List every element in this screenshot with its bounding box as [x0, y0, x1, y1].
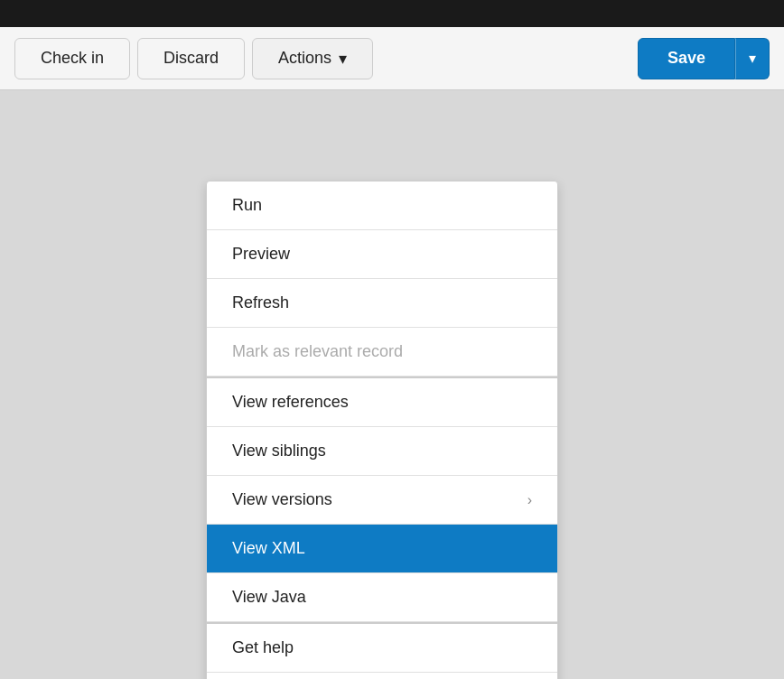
- menu-item-view-versions[interactable]: View versions›: [207, 476, 557, 525]
- menu-item-label-run: Run: [232, 196, 262, 215]
- save-button-group: Save ▾: [638, 38, 770, 79]
- menu-item-view-siblings[interactable]: View siblings: [207, 427, 557, 476]
- dropdown-menu: RunPreviewRefreshMark as relevant record…: [206, 181, 558, 679]
- save-chevron-icon: ▾: [749, 50, 756, 67]
- save-button[interactable]: Save: [638, 38, 735, 79]
- menu-item-label-view-xml: View XML: [232, 539, 305, 558]
- menu-item-run[interactable]: Run: [207, 181, 557, 230]
- menu-item-label-view-java: View Java: [232, 588, 306, 607]
- submenu-chevron-icon: ›: [527, 492, 532, 508]
- top-bar: [0, 0, 784, 27]
- menu-item-label-refresh: Refresh: [232, 293, 289, 312]
- menu-item-view-java[interactable]: View Java: [207, 573, 557, 622]
- content-area: RunPreviewRefreshMark as relevant record…: [0, 90, 784, 679]
- actions-button[interactable]: Actions ▾: [252, 38, 373, 79]
- actions-label: Actions: [278, 49, 331, 68]
- menu-item-get-help[interactable]: Get help: [207, 622, 557, 673]
- menu-item-view-references[interactable]: View references: [207, 377, 557, 427]
- menu-item-label-view-versions: View versions: [232, 490, 332, 509]
- menu-item-view-xml[interactable]: View XML: [207, 525, 557, 573]
- menu-item-label-mark-relevant: Mark as relevant record: [232, 342, 403, 361]
- discard-button[interactable]: Discard: [137, 38, 245, 79]
- menu-item-label-view-siblings: View siblings: [232, 442, 326, 460]
- menu-item-label-get-help: Get help: [232, 638, 294, 657]
- menu-item-mark-relevant: Mark as relevant record: [207, 328, 557, 377]
- checkin-button[interactable]: Check in: [14, 38, 130, 79]
- menu-item-label-view-references: View references: [232, 393, 349, 412]
- menu-item-refresh[interactable]: Refresh: [207, 279, 557, 328]
- menu-item-preview[interactable]: Preview: [207, 230, 557, 279]
- menu-item-label-preview: Preview: [232, 245, 290, 264]
- menu-item-create[interactable]: Create: [207, 673, 557, 679]
- chevron-down-icon: ▾: [339, 49, 347, 69]
- toolbar: Check in Discard Actions ▾ Save ▾: [0, 27, 784, 90]
- save-dropdown-button[interactable]: ▾: [735, 38, 770, 79]
